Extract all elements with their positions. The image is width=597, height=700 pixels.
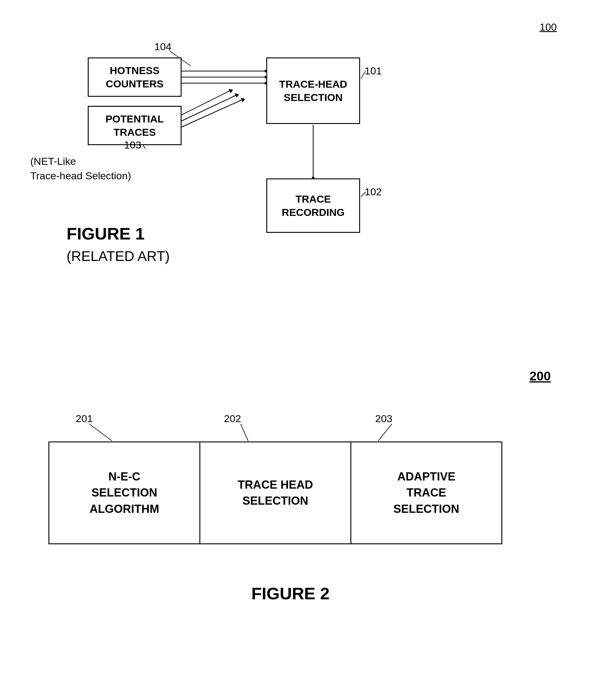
net-like-line2: Trace-head Selection)	[30, 170, 131, 181]
fig2-cell-nec: N-E-CSELECTIONALGORITHM	[49, 442, 200, 543]
svg-line-7	[182, 91, 230, 115]
svg-marker-12	[241, 98, 245, 102]
adaptive-text: ADAPTIVETRACESELECTION	[393, 469, 459, 517]
box-trace-head-selection: TRACE-HEADSELECTION	[266, 57, 360, 124]
hotness-counters-text: HOTNESSCOUNTERS	[106, 64, 164, 91]
label-104: 104	[154, 41, 172, 53]
trace-recording-text: TRACERECORDING	[282, 192, 345, 219]
svg-line-11	[182, 100, 242, 127]
label-202: 202	[224, 413, 241, 425]
label-101: 101	[365, 65, 382, 77]
figure2-main-box: N-E-CSELECTIONALGORITHM TRACE HEADSELECT…	[48, 442, 502, 544]
figure2-title: FIGURE 2	[252, 583, 330, 603]
page: 100	[0, 0, 597, 700]
fig2-cell-adaptive: ADAPTIVETRACESELECTION	[351, 442, 501, 543]
figure2-number: 200	[529, 369, 551, 383]
svg-marker-10	[235, 93, 239, 98]
label-102: 102	[365, 186, 382, 198]
trace-head-selection-text: TRACE-HEADSELECTION	[279, 77, 348, 104]
svg-line-18	[89, 424, 112, 441]
fig2-cell-trace-head: TRACE HEADSELECTION	[200, 442, 351, 543]
box-hotness-counters: HOTNESSCOUNTERS	[88, 57, 182, 97]
figure1-title: FIGURE 1	[67, 224, 145, 244]
nec-text: N-E-CSELECTIONALGORITHM	[90, 469, 159, 517]
figure1-container: 100	[18, 18, 581, 335]
svg-line-9	[182, 95, 236, 121]
label-203: 203	[375, 413, 392, 425]
label-201: 201	[76, 413, 93, 425]
label-103: 103	[124, 139, 141, 151]
figure1-number: 100	[540, 21, 557, 33]
trace-head-text: TRACE HEADSELECTION	[238, 477, 313, 509]
potential-traces-text: POTENTIALTRACES	[105, 112, 164, 139]
net-like-line1: (NET-Like	[30, 155, 76, 167]
svg-line-19	[241, 424, 248, 441]
net-like-description: (NET-Like Trace-head Selection)	[30, 154, 131, 183]
svg-line-20	[378, 424, 392, 441]
box-trace-recording: TRACERECORDING	[266, 178, 360, 233]
figure1-subtitle: (RELATED ART)	[67, 248, 170, 264]
svg-marker-8	[229, 89, 233, 93]
figure2-container: 200 201 202 203 N-E-CSELECTIONALGORITHM …	[18, 366, 581, 683]
